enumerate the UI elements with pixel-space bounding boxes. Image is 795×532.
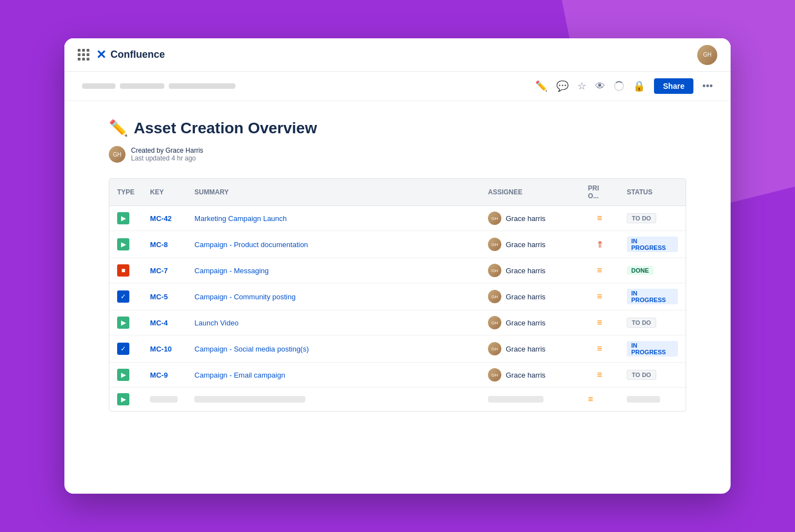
confluence-logo[interactable]: ✕ Confluence [96, 48, 165, 62]
table-row: ■ MC-7 Campaign - Messaging GH Grace har… [109, 258, 686, 283]
breadcrumb-pages[interactable] [120, 83, 164, 89]
cell-key: MC-10 [142, 335, 187, 363]
status-badge: IN PROGRESS [627, 237, 678, 252]
cell-priority: ≡ [580, 283, 619, 310]
status-badge: TO DO [627, 318, 656, 328]
cell-type: ▶ [109, 310, 142, 335]
author-name: Created by Grace Harris [131, 147, 203, 154]
cell-summary-partial [187, 388, 480, 411]
user-avatar[interactable]: GH [697, 45, 717, 65]
avatar-image: GH [697, 45, 717, 65]
jira-table-wrap: Type Key Summary Assignee Pri o... Statu… [109, 178, 686, 411]
cell-type-partial: ▶ [109, 388, 142, 411]
toolbar: ✏️ 💬 ☆ 👁 🔒 Share ••• [64, 72, 731, 101]
cell-key: MC-7 [142, 258, 187, 283]
cell-summary: Campaign - Messaging [187, 258, 480, 283]
issue-summary[interactable]: Launch Video [194, 319, 238, 327]
assignee-name: Grace harris [506, 240, 546, 249]
issue-key[interactable]: MC-9 [150, 371, 168, 379]
author-info: Created by Grace Harris Last updated 4 h… [131, 147, 203, 162]
cell-summary: Campaign - Product documentation [187, 231, 480, 258]
cell-assignee: GH Grace harris [480, 231, 580, 258]
cell-summary: Marketing Campaign Launch [187, 206, 480, 231]
page-title: Asset Creation Overview [134, 119, 317, 137]
cell-assignee: GH Grace harris [480, 310, 580, 335]
cell-type: ▶ [109, 231, 142, 258]
lock-icon[interactable]: 🔒 [633, 80, 645, 92]
breadcrumb-space[interactable] [82, 83, 115, 89]
issue-summary[interactable]: Campaign - Social media posting(s) [194, 345, 309, 353]
assignee-avatar: GH [488, 238, 501, 251]
type-icon-partial: ▶ [117, 393, 129, 405]
edit-icon[interactable]: ✏️ [535, 80, 547, 92]
assignee-avatar: GH [488, 264, 501, 277]
app-grid-icon[interactable] [78, 49, 89, 61]
cell-type: ✓ [109, 283, 142, 310]
cell-type: ▶ [109, 363, 142, 388]
more-options-button[interactable]: ••• [702, 81, 713, 92]
table-row: ✓ MC-5 Campaign - Community posting GH G… [109, 283, 686, 310]
star-icon[interactable]: ☆ [577, 80, 586, 92]
assignee-name: Grace harris [506, 293, 546, 301]
author-row: GH Created by Grace Harris Last updated … [109, 146, 686, 163]
issue-key[interactable]: MC-4 [150, 319, 168, 327]
breadcrumb-page[interactable] [169, 83, 235, 89]
assignee-img: GH [488, 264, 501, 277]
loading-icon [614, 81, 624, 91]
issue-summary[interactable]: Campaign - Product documentation [194, 240, 308, 249]
assignee-avatar: GH [488, 368, 501, 382]
table-body: ▶ MC-42 Marketing Campaign Launch GH Gra… [109, 206, 686, 411]
table-row: ▶ MC-42 Marketing Campaign Launch GH Gra… [109, 206, 686, 231]
status-badge: TO DO [627, 370, 656, 380]
assignee-img: GH [488, 316, 501, 329]
assignee-img: GH [488, 212, 501, 225]
author-avatar-image: GH [109, 146, 125, 163]
page-content: ✏️ Asset Creation Overview GH Created by… [64, 101, 731, 429]
cell-summary: Launch Video [187, 310, 480, 335]
status-badge: IN PROGRESS [627, 341, 678, 357]
assignee-avatar: GH [488, 316, 501, 329]
assignee-img: GH [488, 368, 501, 382]
cell-type: ✓ [109, 335, 142, 363]
issue-summary[interactable]: Campaign - Community posting [194, 293, 295, 301]
cell-key: MC-5 [142, 283, 187, 310]
type-icon: ▶ [117, 212, 129, 224]
cell-status: IN PROGRESS [619, 335, 686, 363]
type-icon: ▶ [117, 238, 129, 250]
type-icon: ▶ [117, 369, 129, 381]
cell-priority: ≡ [580, 258, 619, 283]
assignee-name: Grace harris [506, 345, 546, 353]
toolbar-icons: ✏️ 💬 ☆ 👁 🔒 Share ••• [535, 78, 713, 94]
share-button[interactable]: Share [654, 78, 693, 94]
cell-priority: ⇑ [580, 231, 619, 258]
issue-key[interactable]: MC-7 [150, 267, 168, 275]
cell-status-partial [619, 388, 686, 411]
status-badge: TO DO [627, 213, 656, 223]
watch-icon[interactable]: 👁 [595, 81, 605, 92]
issue-summary[interactable]: Campaign - Email campaign [194, 371, 285, 379]
comment-icon[interactable]: 💬 [556, 80, 568, 92]
assignee-cell: GH Grace harris [488, 316, 572, 329]
issue-summary[interactable]: Marketing Campaign Launch [194, 214, 286, 223]
issue-key[interactable]: MC-5 [150, 293, 168, 301]
cell-summary: Campaign - Community posting [187, 283, 480, 310]
table-row: ▶ MC-8 Campaign - Product documentation … [109, 231, 686, 258]
issue-key[interactable]: MC-8 [150, 240, 168, 249]
cell-assignee: GH Grace harris [480, 258, 580, 283]
col-assignee-header: Assignee [480, 179, 580, 206]
cell-summary: Campaign - Email campaign [187, 363, 480, 388]
issue-summary[interactable]: Campaign - Messaging [194, 267, 269, 275]
cell-priority: ≡ [580, 363, 619, 388]
table-row: ▶ MC-4 Launch Video GH Grace harris ≡ TO… [109, 310, 686, 335]
cell-assignee-partial [480, 388, 580, 411]
author-updated: Last updated 4 hr ago [131, 154, 203, 162]
col-priority-header[interactable]: Pri o... [580, 179, 619, 206]
assignee-cell: GH Grace harris [488, 342, 572, 355]
assignee-cell: GH Grace harris [488, 264, 572, 277]
issue-key[interactable]: MC-10 [150, 345, 172, 353]
header-row: Type Key Summary Assignee Pri o... Statu… [109, 179, 686, 206]
table-row: ▶ MC-9 Campaign - Email campaign GH Grac… [109, 363, 686, 388]
type-icon: ✓ [117, 343, 129, 355]
assignee-name: Grace harris [506, 371, 546, 379]
issue-key[interactable]: MC-42 [150, 214, 172, 223]
